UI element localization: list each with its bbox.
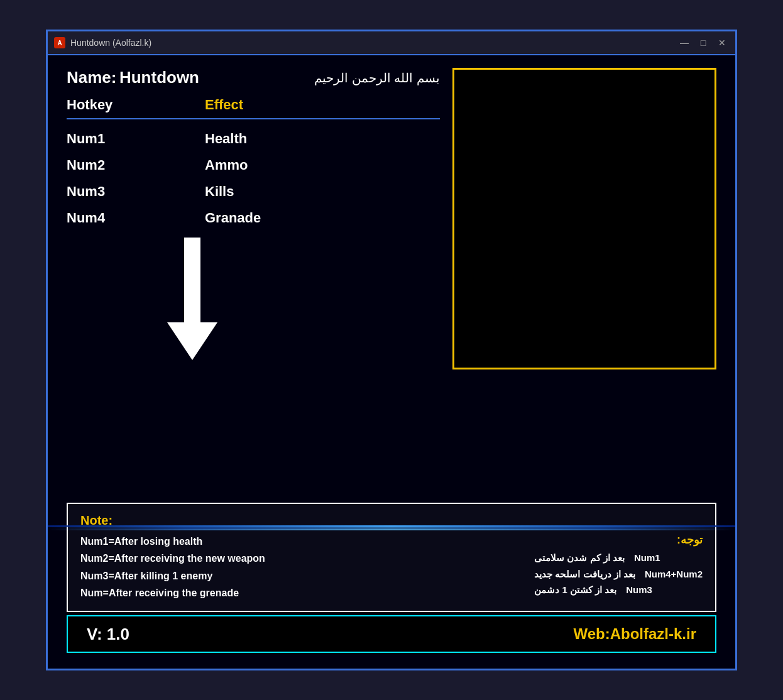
table-row: Num3 Kills (67, 178, 440, 205)
left-panel: Name: Huntdown بسم الله الرحمن الرحيم Ho… (67, 68, 440, 496)
table-header: Hotkey Effect (67, 97, 440, 119)
note-right-line-2: Num4+Num2 بعد از دریافت اسلحه جدید (534, 566, 703, 582)
col-hotkey-header: Hotkey (67, 97, 192, 113)
effect-granade: Granade (205, 210, 261, 226)
effect-kills: Kills (205, 183, 234, 200)
name-display: Name: Huntdown (67, 68, 199, 87)
version-value: 1.0 (107, 625, 129, 643)
image-box (452, 68, 716, 369)
svg-rect-0 (184, 238, 200, 325)
note-section: Note: Num1=After losing health Num2=Afte… (67, 503, 716, 612)
note-text-3: بعد از کشتن 1 دشمن (534, 582, 616, 598)
svg-marker-1 (167, 322, 217, 360)
hotkey-num2: Num2 (67, 157, 192, 173)
app-icon: A (54, 37, 65, 48)
footer: V: 1.0 Web:Abolfazl-k.ir (67, 615, 716, 653)
note-line-2: Num2=After receiving the new weapon (80, 550, 534, 567)
note-content: Num1=After losing health Num2=After rece… (80, 533, 703, 601)
effect-ammo: Ammo (205, 157, 248, 173)
note-line-3: Num3=After killing 1 enemy (80, 567, 534, 584)
titlebar: A Huntdown (Aolfazl.k) — □ ✕ (48, 31, 735, 55)
name-label: Name: (67, 68, 116, 87)
note-text-2: بعد از دریافت اسلحه جدید (534, 566, 635, 582)
deco-line-1 (48, 525, 735, 527)
titlebar-title: Huntdown (Aolfazl.k) (70, 38, 151, 48)
maximize-button[interactable]: □ (696, 37, 710, 48)
table-row: Num4 Granade (67, 205, 440, 231)
version-label: V: (87, 625, 102, 643)
main-content: Name: Huntdown بسم الله الرحمن الرحيم Ho… (48, 55, 735, 669)
version-display: V: 1.0 (87, 625, 129, 644)
effect-health: Health (205, 131, 247, 147)
window-controls: — □ ✕ (677, 37, 729, 48)
arabic-text: بسم الله الرحمن الرحيم (314, 70, 440, 85)
note-line-4: Num=After receiving the grenade (80, 584, 534, 601)
minimize-button[interactable]: — (677, 37, 691, 48)
note-text-1: بعد از کم شدن سلامتی (534, 550, 625, 566)
table-row: Num2 Ammo (67, 152, 440, 178)
note-right-line-3: Num3 بعد از کشتن 1 دشمن (534, 582, 703, 598)
arrow-icon (167, 238, 217, 363)
note-key-2: Num4+Num2 (645, 566, 703, 582)
hotkey-table: Hotkey Effect Num1 Health Num2 Ammo Num3… (67, 97, 440, 231)
hotkey-num3: Num3 (67, 183, 192, 200)
arrow-annotation (67, 238, 440, 363)
main-window: A Huntdown (Aolfazl.k) — □ ✕ Name: Huntd… (46, 30, 737, 670)
website-display: Web:Abolfazl-k.ir (573, 625, 696, 643)
close-button[interactable]: ✕ (715, 37, 729, 48)
note-line-1: Num1=After losing health (80, 533, 534, 550)
name-value: Huntdown (119, 68, 199, 87)
deco-line-2 (48, 529, 735, 530)
hotkey-num1: Num1 (67, 131, 192, 147)
note-key-3: Num3 (626, 582, 652, 598)
note-right-title: توجه: (534, 533, 703, 547)
note-right: توجه: Num1 بعد از کم شدن سلامتی Num4+Num… (534, 533, 703, 601)
note-key-1: Num1 (634, 550, 660, 566)
col-effect-header: Effect (205, 97, 243, 113)
table-row: Num1 Health (67, 126, 440, 152)
note-left: Num1=After losing health Num2=After rece… (80, 533, 534, 601)
header-row: Name: Huntdown بسم الله الرحمن الرحيم (67, 68, 440, 87)
note-right-line-1: Num1 بعد از کم شدن سلامتی (534, 550, 703, 566)
hotkey-num4: Num4 (67, 210, 192, 226)
top-section: Name: Huntdown بسم الله الرحمن الرحيم Ho… (67, 68, 716, 496)
right-panel (452, 68, 716, 496)
